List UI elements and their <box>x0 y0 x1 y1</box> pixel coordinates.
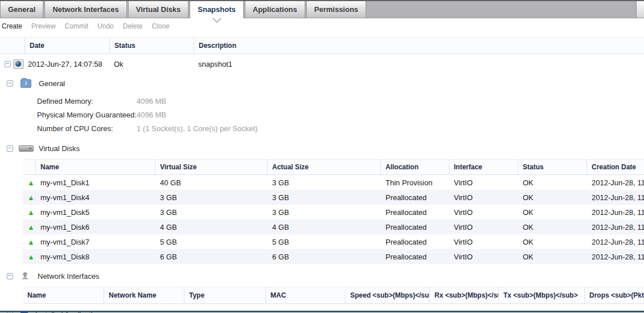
network-icon <box>20 271 30 281</box>
column-header-description[interactable]: Description <box>194 38 644 54</box>
column-header-rx[interactable]: Rx <sub>(Mbps)</sub> <box>430 287 499 303</box>
column-header-type[interactable]: Type <box>184 287 266 303</box>
column-header-creation-date[interactable]: Creation Date <box>587 160 644 174</box>
tab-permissions[interactable]: Permissions <box>306 1 366 18</box>
collapse-icon[interactable]: − <box>5 61 11 67</box>
column-header-nic-name[interactable]: Name <box>23 287 104 303</box>
virtual-disk-icon <box>19 145 34 152</box>
disk-name: my-vm1_Disk1 <box>36 178 155 187</box>
tab-general-label: General <box>8 5 35 14</box>
disk-status: OK <box>518 208 587 217</box>
snapshot-icon <box>13 59 24 69</box>
network-interfaces-collapse-icon[interactable]: − <box>7 273 13 279</box>
column-header-tx[interactable]: Tx <sub>(Mbps)</sub> <box>499 287 585 303</box>
disk-allocation: Preallocated <box>381 253 449 261</box>
disk-creation-date: 2012-Jun-28, 11: <box>587 193 644 202</box>
disk-virtual-size: 6 GB <box>155 253 268 261</box>
disk-actual-size: 6 GB <box>268 253 381 261</box>
network-interfaces-table: Name Network Name Type MAC Speed <sub>(M… <box>23 287 644 304</box>
disk-row[interactable]: ▲ my-vm1_Disk8 6 GB 6 GB Preallocated Vi… <box>23 249 644 264</box>
column-header-disk-icon <box>23 160 36 174</box>
disk-allocation: Preallocated <box>381 208 449 217</box>
disk-actual-size: 5 GB <box>268 238 381 246</box>
field-label: Number of CPU Cores: <box>37 124 137 133</box>
disk-virtual-size: 4 GB <box>155 223 268 231</box>
disk-interface: VirtIO <box>449 193 518 202</box>
disk-creation-date: 2012-Jun-28, 11: <box>587 208 644 217</box>
snapshot-row[interactable]: − 2012-Jun-27, 14:07:58 Ok snapshot1 <box>0 54 644 74</box>
field-value: 4096 MB <box>137 111 166 119</box>
snapshot-description: snapshot1 <box>194 60 644 68</box>
tab-network-interfaces-label: Network Interfaces <box>52 5 118 14</box>
general-collapse-icon[interactable]: − <box>7 80 13 87</box>
column-header-status[interactable]: Status <box>110 38 194 54</box>
disk-allocation: Preallocated <box>381 238 449 246</box>
column-header-name[interactable]: Name <box>36 160 155 174</box>
disk-actual-size: 3 GB <box>268 178 381 187</box>
column-header-status[interactable]: Status <box>518 160 587 174</box>
virtual-disks-table: Name Virtual Size Actual Size Allocation… <box>23 159 644 264</box>
column-header-allocation[interactable]: Allocation <box>381 160 449 174</box>
undo-button: Undo <box>97 22 114 30</box>
disk-name: my-vm1_Disk8 <box>36 253 155 261</box>
column-header-actual-size[interactable]: Actual Size <box>268 160 381 174</box>
column-header-mac[interactable]: MAC <box>266 287 346 303</box>
column-header-drops[interactable]: Drops <sub>(Pkts <box>585 287 644 303</box>
clone-button: Clone <box>151 22 169 30</box>
tab-overflow-button[interactable] <box>636 1 644 18</box>
virtual-disks-collapse-icon[interactable]: − <box>7 145 13 152</box>
disk-status: OK <box>518 223 587 231</box>
tab-applications[interactable]: Applications <box>245 1 305 18</box>
tab-snapshots[interactable]: Snapshots <box>190 1 243 18</box>
vm-snapshots-pane: General Network Interfaces Virtual Disks… <box>0 0 644 313</box>
disk-status: OK <box>518 253 587 261</box>
column-header-network-name[interactable]: Network Name <box>104 287 184 303</box>
network-interfaces-section-title: Network Interfaces <box>38 272 99 281</box>
disk-actual-size: 3 GB <box>268 193 381 202</box>
tab-network-interfaces[interactable]: Network Interfaces <box>44 1 126 18</box>
disk-up-icon: ▲ <box>28 239 34 245</box>
disk-creation-date: 2012-Jun-28, 11: <box>587 223 644 231</box>
commit-button: Commit <box>65 22 88 30</box>
disk-virtual-size: 3 GB <box>155 193 268 202</box>
tab-virtual-disks[interactable]: Virtual Disks <box>128 1 189 18</box>
disk-row[interactable]: ▲ my-vm1_Disk1 40 GB 3 GB Thin Provision… <box>23 175 644 190</box>
preview-button: Preview <box>31 22 56 30</box>
field-row: Number of CPU Cores: 1 (1 Socket(s), 1 C… <box>37 121 644 135</box>
column-header-date[interactable]: Date <box>25 38 110 54</box>
field-label: Defined Memory: <box>37 97 137 105</box>
network-interfaces-section-header: − Network Interfaces <box>0 270 644 282</box>
disk-name: my-vm1_Disk6 <box>36 223 155 231</box>
disk-name: my-vm1_Disk5 <box>36 208 155 217</box>
snapshot-row-icons: − <box>0 59 25 69</box>
disk-creation-date: 2012-Jun-28, 11: <box>587 178 644 187</box>
field-value: 1 (1 Socket(s), 1 Core(s) per Socket) <box>137 124 257 133</box>
active-tab-notch-inner <box>213 18 221 22</box>
disk-up-icon: ▲ <box>28 224 34 230</box>
tab-general[interactable]: General <box>0 1 43 18</box>
disk-up-icon: ▲ <box>28 254 34 260</box>
column-header-speed[interactable]: Speed <sub>(Mbps)</sul <box>346 287 430 303</box>
disk-interface: VirtIO <box>449 208 518 217</box>
field-row: Physical Memory Guaranteed: 4096 MB <box>37 108 644 121</box>
snapshot-toolbar: Create Preview Commit Undo Delete Clone <box>0 18 644 34</box>
snapshot-status: Ok <box>110 60 194 68</box>
disk-interface: VirtIO <box>449 253 518 261</box>
disk-actual-size: 4 GB <box>268 223 381 231</box>
column-header-virtual-size[interactable]: Virtual Size <box>155 160 268 174</box>
disk-row[interactable]: ▲ my-vm1_Disk7 5 GB 5 GB Preallocated Vi… <box>23 234 644 249</box>
virtual-disks-section-header: − Virtual Disks <box>0 142 644 155</box>
create-button[interactable]: Create <box>2 22 22 30</box>
disk-row[interactable]: ▲ my-vm1_Disk4 3 GB 3 GB Preallocated Vi… <box>23 190 644 205</box>
tab-applications-label: Applications <box>253 5 297 14</box>
pane-splitter[interactable] <box>0 311 644 312</box>
disk-row[interactable]: ▲ my-vm1_Disk6 4 GB 4 GB Preallocated Vi… <box>23 219 644 234</box>
disk-row[interactable]: ▲ my-vm1_Disk5 3 GB 3 GB Preallocated Vi… <box>23 205 644 219</box>
column-header-interface[interactable]: Interface <box>449 160 518 174</box>
disk-interface: VirtIO <box>449 178 518 187</box>
disk-name: my-vm1_Disk7 <box>36 238 155 246</box>
virtual-disks-section-title: Virtual Disks <box>39 144 80 153</box>
snapshots-header-row: Date Status Description <box>0 37 644 54</box>
disk-allocation: Preallocated <box>381 193 449 202</box>
disk-up-icon: ▲ <box>28 209 34 216</box>
